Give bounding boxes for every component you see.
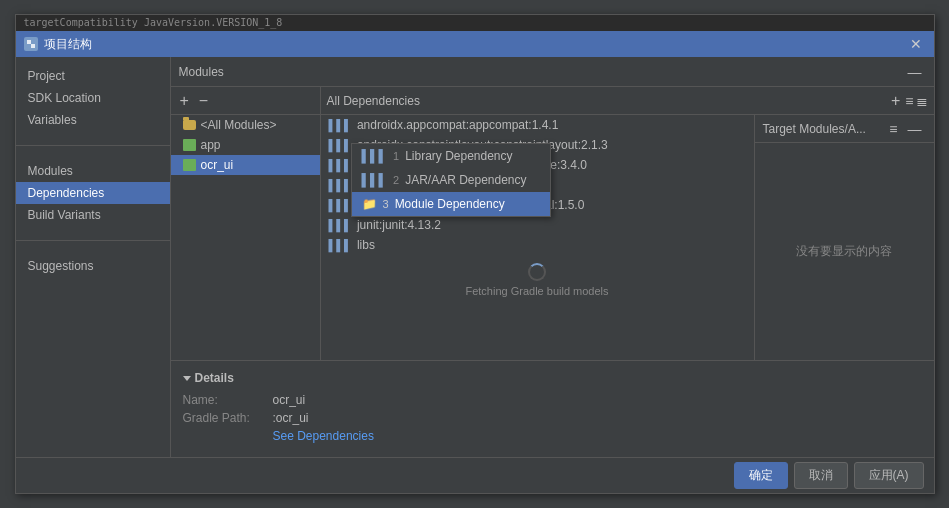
details-name-label: Name: bbox=[183, 393, 273, 407]
details-toggle[interactable]: Details bbox=[183, 371, 922, 385]
all-deps-toolbar: + ≡ ≣ bbox=[888, 93, 928, 109]
center-panel: Modules — + − All Dependencies bbox=[171, 57, 934, 457]
loading-spinner bbox=[528, 263, 546, 281]
dep-junit[interactable]: ▌▌▌ junit:junit:4.13.2 bbox=[321, 215, 754, 235]
right-panel-empty: 没有要显示的内容 bbox=[755, 143, 934, 360]
modules-subheader: + − bbox=[171, 87, 321, 115]
code-bar: targetCompatibility JavaVersion.VERSION_… bbox=[16, 15, 934, 31]
bottom-bar: 确定 取消 应用(A) bbox=[16, 457, 934, 493]
details-title: Details bbox=[195, 371, 234, 385]
modules-add-btn[interactable]: + bbox=[177, 93, 192, 109]
details-gradle-value: :ocr_ui bbox=[273, 411, 309, 425]
sidebar-item-variables[interactable]: Variables bbox=[16, 109, 170, 131]
dialog-title: 项目结构 bbox=[44, 36, 92, 53]
right-panel-toolbar: ≡ — bbox=[885, 120, 925, 138]
dep-bars-icon-6: ▌▌▌ bbox=[329, 219, 352, 231]
sidebar-divider-1 bbox=[16, 145, 170, 146]
sidebar: Project SDK Location Variables Modules bbox=[16, 57, 171, 457]
project-structure-dialog: targetCompatibility JavaVersion.VERSION_… bbox=[15, 14, 935, 494]
ok-button[interactable]: 确定 bbox=[734, 462, 788, 489]
sidebar-section-middle: Modules Dependencies Build Variants bbox=[16, 152, 170, 234]
details-seedeps-row: See Dependencies bbox=[183, 429, 922, 443]
all-deps-header: All Dependencies + ≡ ≣ bbox=[321, 87, 934, 115]
right-panel: Target Modules/A... ≡ — 没有要显示的内容 bbox=[754, 115, 934, 360]
code-bar-text: targetCompatibility JavaVersion.VERSION_… bbox=[24, 17, 283, 28]
dropdown-jar[interactable]: ▌▌▌ 2 JAR/AAR Dependency bbox=[352, 168, 550, 192]
dep-bars-icon-5: ▌▌▌ bbox=[329, 199, 352, 211]
sidebar-item-dependencies[interactable]: Dependencies bbox=[16, 182, 170, 204]
main-content: Project SDK Location Variables Modules bbox=[16, 57, 934, 457]
deps-col: ▌▌▌ 1 Library Dependency ▌▌▌ 2 JAR/AAR D… bbox=[321, 115, 754, 360]
right-panel-sort-btn[interactable]: ≡ bbox=[885, 120, 901, 138]
sidebar-section-bottom: Suggestions bbox=[16, 247, 170, 285]
deps-add-btn[interactable]: + bbox=[888, 93, 903, 109]
title-bar: 项目结构 ✕ bbox=[16, 31, 934, 57]
dep-bars-icon-7: ▌▌▌ bbox=[329, 239, 352, 251]
cancel-button[interactable]: 取消 bbox=[794, 462, 848, 489]
deps-align-icon[interactable]: ≡ bbox=[905, 93, 913, 109]
modules-list: <All Modules> app ocr_ui bbox=[171, 115, 321, 360]
dep-bars-icon: ▌▌▌ bbox=[329, 119, 352, 131]
details-name-value: ocr_ui bbox=[273, 393, 306, 407]
right-panel-minimize-btn[interactable]: — bbox=[904, 120, 926, 138]
all-deps-title: All Dependencies bbox=[327, 94, 420, 108]
app-icon bbox=[183, 139, 196, 151]
details-seedeps-link[interactable]: See Dependencies bbox=[273, 429, 374, 443]
modules-remove-btn[interactable]: − bbox=[196, 93, 211, 109]
jar-icon: ▌▌▌ bbox=[362, 173, 388, 187]
dropdown-library[interactable]: ▌▌▌ 1 Library Dependency bbox=[352, 144, 550, 168]
svg-rect-1 bbox=[31, 44, 35, 48]
ocr-ui-icon bbox=[183, 159, 196, 171]
modules-header: Modules — bbox=[171, 57, 934, 87]
dropdown-module[interactable]: 📁 3 Module Dependency bbox=[352, 192, 550, 216]
dep-bars-icon-3: ▌▌▌ bbox=[329, 159, 352, 171]
sidebar-item-project[interactable]: Project bbox=[16, 65, 170, 87]
modules-minimize-btn[interactable]: — bbox=[904, 63, 926, 81]
deps-align2-icon[interactable]: ≣ bbox=[916, 93, 928, 109]
module-all[interactable]: <All Modules> bbox=[171, 115, 320, 135]
details-seedeps-spacer bbox=[183, 429, 273, 443]
sidebar-nav: Project SDK Location Variables Modules bbox=[16, 57, 170, 457]
loading-text: Fetching Gradle build models bbox=[465, 285, 608, 297]
dep-bars-icon-2: ▌▌▌ bbox=[329, 139, 352, 151]
apply-button[interactable]: 应用(A) bbox=[854, 462, 924, 489]
title-bar-left: 项目结构 bbox=[24, 36, 92, 53]
add-dependency-dropdown: ▌▌▌ 1 Library Dependency ▌▌▌ 2 JAR/AAR D… bbox=[351, 143, 551, 217]
details-name-row: Name: ocr_ui bbox=[183, 393, 922, 407]
dep-compat[interactable]: ▌▌▌ androidx.appcompat:appcompat:1.4.1 bbox=[321, 115, 754, 135]
dep-bars-icon-4: ▌▌▌ bbox=[329, 179, 352, 191]
sidebar-item-build-variants[interactable]: Build Variants bbox=[16, 204, 170, 226]
details-gradle-row: Gradle Path: :ocr_ui bbox=[183, 411, 922, 425]
modules-toolbar: — bbox=[904, 63, 926, 81]
sidebar-item-sdk[interactable]: SDK Location bbox=[16, 87, 170, 109]
module-ocr-ui[interactable]: ocr_ui bbox=[171, 155, 320, 175]
close-button[interactable]: ✕ bbox=[906, 36, 926, 52]
sidebar-section-top: Project SDK Location Variables bbox=[16, 57, 170, 139]
loading-area: Fetching Gradle build models bbox=[321, 255, 754, 305]
details-chevron-icon bbox=[183, 376, 191, 381]
folder-icon bbox=[183, 120, 196, 130]
sidebar-item-modules[interactable]: Modules bbox=[16, 160, 170, 182]
sidebar-divider-2 bbox=[16, 240, 170, 241]
module-dep-icon: 📁 bbox=[362, 197, 377, 211]
right-panel-title: Target Modules/A... bbox=[763, 122, 866, 136]
details-gradle-label: Gradle Path: bbox=[183, 411, 273, 425]
module-app[interactable]: app bbox=[171, 135, 320, 155]
right-panel-header: Target Modules/A... ≡ — bbox=[755, 115, 934, 143]
library-icon: ▌▌▌ bbox=[362, 149, 388, 163]
sidebar-item-suggestions[interactable]: Suggestions bbox=[16, 255, 170, 277]
details-section: Details Name: ocr_ui Gradle Path: :ocr_u… bbox=[171, 360, 934, 457]
dep-libs[interactable]: ▌▌▌ libs bbox=[321, 235, 754, 255]
modules-header-title: Modules bbox=[179, 65, 224, 79]
dialog-icon bbox=[24, 37, 38, 51]
svg-rect-0 bbox=[27, 40, 31, 44]
